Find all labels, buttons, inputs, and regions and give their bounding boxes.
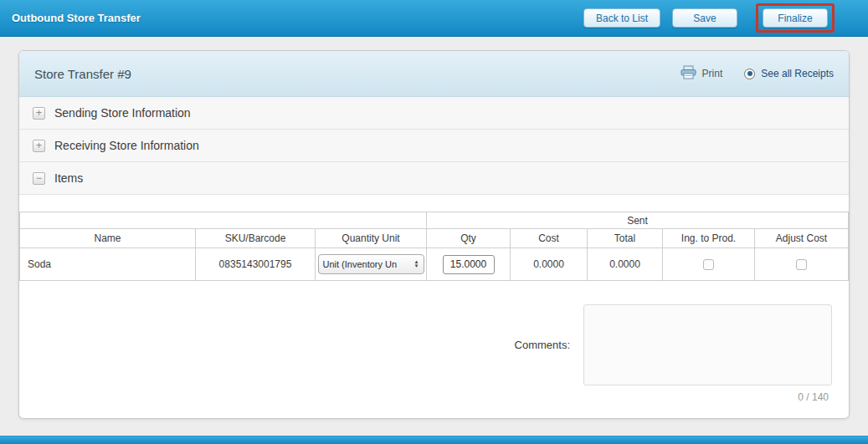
radio-selected-icon[interactable] (744, 69, 755, 79)
ing-to-prod-checkbox[interactable] (703, 259, 714, 270)
plus-icon[interactable]: + (33, 107, 45, 120)
section-sending-store-information[interactable]: + Sending Store Information (19, 97, 849, 130)
store-transfer-title: Store Transfer #9 (34, 67, 681, 81)
minus-icon[interactable]: − (33, 172, 45, 185)
adjust-cost-checkbox[interactable] (796, 259, 807, 270)
blank-cell (20, 212, 427, 229)
column-header-total: Total (588, 229, 663, 248)
save-button[interactable]: Save (672, 8, 737, 28)
ing-to-prod-cell (663, 248, 755, 281)
see-all-receipts-label: See all Receipts (761, 68, 834, 79)
sent-group-header: Sent (427, 212, 849, 229)
items-table: Sent Name SKU/Barcode Quantity Unit Qty … (19, 212, 849, 281)
table-row: Soda 0835143001795 Unit (Inventory Un ▲▼… (20, 248, 849, 281)
see-all-receipts-radio[interactable]: See all Receipts (744, 68, 834, 79)
column-header-quantity-unit: Quantity Unit (316, 229, 427, 248)
item-name: Soda (20, 248, 196, 281)
finalize-button[interactable]: Finalize (763, 8, 828, 28)
column-header-qty: Qty (427, 229, 511, 248)
adjust-cost-cell (755, 248, 849, 281)
column-header-cost: Cost (511, 229, 588, 248)
item-cost: 0.0000 (511, 248, 588, 281)
section-label: Receiving Store Information (54, 139, 199, 152)
qty-input[interactable] (443, 255, 495, 274)
section-items[interactable]: − Items (19, 162, 849, 195)
print-icon (681, 65, 696, 83)
comments-label: Comments: (515, 339, 570, 351)
print-button[interactable]: Print (681, 65, 723, 83)
page: Outbound Store Transfer Back to List Sav… (0, 0, 868, 444)
column-header-adjust-cost: Adjust Cost (755, 229, 849, 248)
print-label: Print (702, 68, 723, 79)
column-header-sku: SKU/Barcode (196, 229, 316, 248)
quantity-unit-cell: Unit (Inventory Un ▲▼ (316, 248, 427, 281)
quantity-unit-select[interactable]: Unit (Inventory Un ▲▼ (318, 254, 424, 274)
section-label: Sending Store Information (54, 106, 191, 120)
sent-group-header-row: Sent (20, 212, 849, 229)
section-receiving-store-information[interactable]: + Receiving Store Information (19, 130, 849, 162)
store-transfer-panel: Store Transfer #9 Print See all Receipts (18, 50, 850, 419)
table-header-row: Name SKU/Barcode Quantity Unit Qty Cost … (20, 229, 849, 248)
quantity-unit-selected-value: Unit (Inventory Un (323, 259, 412, 269)
item-total: 0.0000 (588, 248, 663, 281)
column-header-ing-to-prod: Ing. to Prod. (663, 229, 755, 248)
comments-char-counter: 0 / 140 (19, 391, 849, 403)
panel-header: Store Transfer #9 Print See all Receipts (19, 51, 849, 97)
page-title: Outbound Store Transfer (12, 12, 583, 24)
app-header: Outbound Store Transfer Back to List Sav… (0, 0, 868, 37)
bottom-blue-bar (0, 436, 868, 444)
comments-row: Comments: (19, 304, 849, 385)
qty-cell (427, 248, 511, 281)
plus-icon[interactable]: + (33, 140, 45, 152)
section-label: Items (54, 171, 83, 185)
back-to-list-button[interactable]: Back to List (583, 8, 660, 28)
column-header-name: Name (20, 229, 196, 248)
annotation-highlight-box: Finalize (756, 3, 835, 33)
comments-textarea[interactable] (583, 304, 832, 385)
item-sku: 0835143001795 (196, 248, 316, 281)
up-down-arrows-icon: ▲▼ (414, 260, 419, 268)
